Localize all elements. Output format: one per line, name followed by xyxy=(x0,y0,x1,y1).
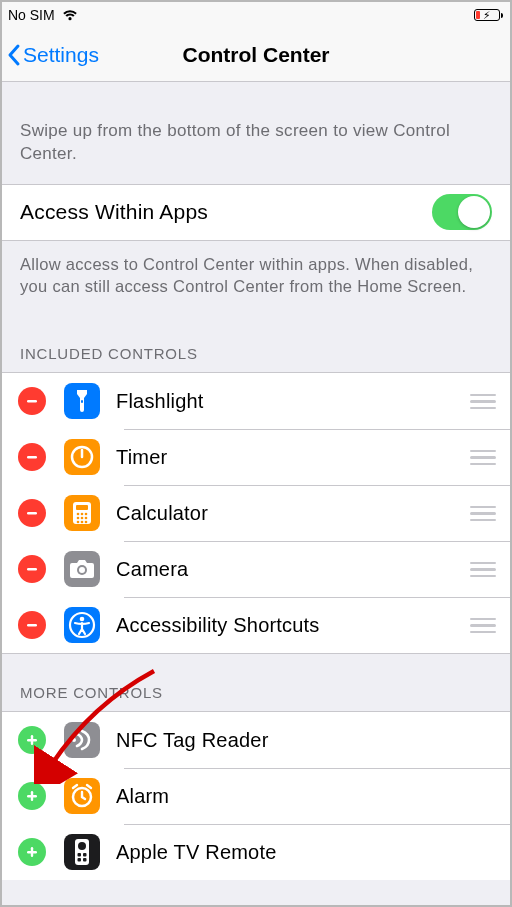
included-row-calculator[interactable]: Calculator xyxy=(2,485,510,541)
svg-point-11 xyxy=(81,517,84,520)
svg-point-14 xyxy=(81,521,84,524)
svg-point-18 xyxy=(79,567,85,573)
svg-point-12 xyxy=(85,517,88,520)
svg-rect-1 xyxy=(81,400,83,403)
control-label: Calculator xyxy=(116,502,208,525)
back-button[interactable]: Settings xyxy=(6,28,99,81)
reorder-handle[interactable] xyxy=(460,612,496,640)
control-label: Camera xyxy=(116,558,188,581)
remove-button[interactable] xyxy=(18,555,46,583)
svg-rect-29 xyxy=(31,847,33,857)
svg-rect-4 xyxy=(27,512,37,514)
svg-rect-35 xyxy=(83,858,87,862)
svg-rect-26 xyxy=(31,791,33,801)
svg-rect-0 xyxy=(27,400,37,402)
control-label: Flashlight xyxy=(116,390,204,413)
more-row-nfc[interactable]: NFC Tag Reader xyxy=(2,712,510,768)
included-controls-header: INCLUDED CONTROLS xyxy=(2,297,510,372)
alarm-icon xyxy=(64,778,100,814)
svg-point-8 xyxy=(81,513,84,516)
wifi-icon xyxy=(61,8,79,21)
reorder-handle[interactable] xyxy=(460,388,496,416)
control-label: Accessibility Shortcuts xyxy=(116,614,320,637)
svg-rect-6 xyxy=(76,505,88,510)
camera-icon xyxy=(64,551,100,587)
svg-point-15 xyxy=(85,521,88,524)
remove-button[interactable] xyxy=(18,443,46,471)
svg-rect-23 xyxy=(31,735,33,745)
svg-point-31 xyxy=(78,842,86,850)
access-label: Access Within Apps xyxy=(20,200,208,224)
reorder-handle[interactable] xyxy=(460,556,496,584)
add-button[interactable] xyxy=(18,726,46,754)
intro-help-text: Swipe up from the bottom of the screen t… xyxy=(2,82,510,184)
svg-point-24 xyxy=(72,738,76,742)
carrier-text: No SIM xyxy=(8,7,55,23)
included-row-flashlight[interactable]: Flashlight xyxy=(2,373,510,429)
calculator-icon xyxy=(64,495,100,531)
page-title: Control Center xyxy=(183,43,330,67)
access-toggle[interactable] xyxy=(432,194,492,230)
control-label: Apple TV Remote xyxy=(116,841,277,864)
accessibility-icon xyxy=(64,607,100,643)
svg-rect-33 xyxy=(83,853,87,857)
more-row-alarm[interactable]: Alarm xyxy=(2,768,510,824)
add-button[interactable] xyxy=(18,838,46,866)
remove-button[interactable] xyxy=(18,611,46,639)
reorder-handle[interactable] xyxy=(460,444,496,472)
add-button[interactable] xyxy=(18,782,46,810)
remove-button[interactable] xyxy=(18,387,46,415)
svg-point-9 xyxy=(85,513,88,516)
remove-button[interactable] xyxy=(18,499,46,527)
reorder-handle[interactable] xyxy=(460,500,496,528)
remote-icon xyxy=(64,834,100,870)
back-chevron-icon xyxy=(6,43,22,67)
svg-point-21 xyxy=(80,617,85,622)
svg-rect-34 xyxy=(78,858,82,862)
svg-rect-16 xyxy=(27,568,37,570)
timer-icon xyxy=(64,439,100,475)
included-row-camera[interactable]: Camera xyxy=(2,541,510,597)
nav-bar: Settings Control Center xyxy=(2,28,510,82)
svg-point-7 xyxy=(77,513,80,516)
control-label: Timer xyxy=(116,446,167,469)
status-bar: No SIM ⚡︎ xyxy=(2,2,510,28)
access-within-apps-row[interactable]: Access Within Apps xyxy=(2,185,510,240)
svg-point-13 xyxy=(77,521,80,524)
svg-rect-19 xyxy=(27,624,37,626)
more-controls-list: NFC Tag ReaderAlarmApple TV Remote xyxy=(2,711,510,880)
svg-rect-2 xyxy=(27,456,37,458)
back-label: Settings xyxy=(23,43,99,67)
svg-point-10 xyxy=(77,517,80,520)
more-row-remote[interactable]: Apple TV Remote xyxy=(2,824,510,880)
included-row-timer[interactable]: Timer xyxy=(2,429,510,485)
included-row-accessibility[interactable]: Accessibility Shortcuts xyxy=(2,597,510,653)
nfc-icon xyxy=(64,722,100,758)
access-footer-text: Allow access to Control Center within ap… xyxy=(2,241,510,298)
included-controls-list: FlashlightTimerCalculatorCameraAccessibi… xyxy=(2,372,510,654)
access-within-apps-group: Access Within Apps xyxy=(2,184,510,241)
flashlight-icon xyxy=(64,383,100,419)
svg-rect-32 xyxy=(78,853,82,857)
control-label: Alarm xyxy=(116,785,169,808)
battery-icon: ⚡︎ xyxy=(474,9,500,21)
more-controls-header: MORE CONTROLS xyxy=(2,654,510,711)
control-label: NFC Tag Reader xyxy=(116,729,269,752)
